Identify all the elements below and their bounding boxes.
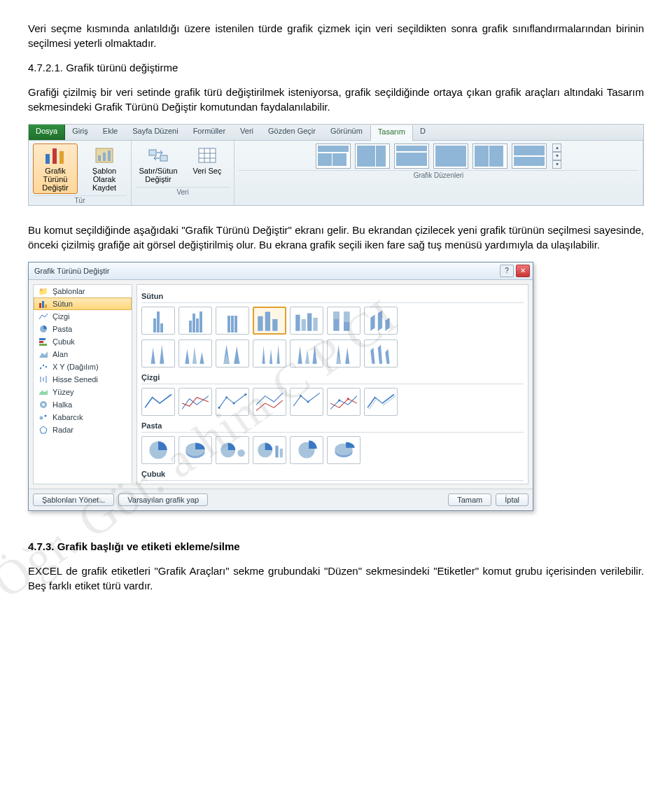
line-thumb[interactable]	[327, 388, 360, 416]
chevron-up-icon[interactable]: ▴	[552, 144, 561, 152]
svg-point-80	[237, 449, 245, 457]
pie-thumb[interactable]	[216, 436, 249, 464]
line-thumb[interactable]	[290, 388, 323, 416]
column-thumb[interactable]	[253, 340, 286, 368]
svg-point-30	[42, 403, 45, 406]
save-as-template-button[interactable]: Şablon Olarak Kaydet	[82, 144, 127, 194]
svg-rect-2	[59, 151, 64, 164]
column-thumb[interactable]	[327, 340, 360, 368]
close-button[interactable]: ✕	[516, 265, 530, 277]
column-thumb[interactable]	[178, 340, 212, 368]
column-thumb-selected[interactable]	[253, 307, 286, 335]
chart-thumbnails-panel: Sütun Çizgi	[136, 284, 528, 484]
tab-gozden-gecir[interactable]: Gözden Geçir	[261, 125, 323, 140]
template-icon	[93, 146, 115, 165]
tab-gorunum[interactable]: Görünüm	[323, 125, 370, 140]
column-thumb[interactable]	[141, 340, 175, 368]
side-item-label: Çizgi	[52, 312, 69, 321]
side-item-label: Radar	[52, 426, 74, 434]
chart-layout-thumb[interactable]	[472, 144, 507, 169]
tab-formuller[interactable]: Formüller	[186, 125, 233, 140]
column-thumb[interactable]	[290, 340, 323, 368]
svg-rect-20	[39, 344, 47, 346]
chevron-down-icon[interactable]: ▾	[552, 152, 561, 160]
side-item-radar[interactable]: Radar	[34, 424, 132, 436]
column-thumb[interactable]	[216, 340, 249, 368]
pie-thumb[interactable]	[141, 436, 175, 464]
column-thumb[interactable]	[364, 340, 398, 368]
svg-marker-61	[312, 345, 316, 364]
side-item-hisse[interactable]: Hisse Senedi	[34, 373, 132, 386]
tab-sayfa-duzeni[interactable]: Sayfa Düzeni	[125, 125, 186, 140]
column-thumb[interactable]	[364, 307, 398, 335]
chart-layout-thumb[interactable]	[512, 144, 547, 169]
select-data-label: Veri Seç	[193, 167, 222, 175]
side-item-xy[interactable]: X Y (Dağılım)	[34, 360, 132, 373]
column-thumb[interactable]	[141, 307, 175, 335]
column-thumb[interactable]	[327, 307, 360, 335]
svg-rect-82	[275, 446, 278, 458]
pie-thumb[interactable]	[253, 436, 286, 464]
tab-veri[interactable]: Veri	[233, 125, 261, 140]
folder-icon: 📁	[38, 287, 48, 295]
side-item-yuzey[interactable]: Yüzey	[34, 386, 132, 398]
more-icon[interactable]: ▾	[552, 160, 561, 169]
svg-marker-28	[39, 390, 48, 395]
chart-layout-thumb[interactable]	[355, 144, 390, 169]
svg-point-72	[300, 395, 302, 397]
tab-giris[interactable]: Giriş	[65, 125, 96, 140]
line-thumb[interactable]	[364, 388, 398, 416]
column-thumb[interactable]	[216, 307, 249, 335]
pie-thumb[interactable]	[178, 436, 212, 464]
svg-marker-66	[378, 345, 382, 364]
side-item-pasta[interactable]: Pasta	[34, 323, 132, 335]
pie-thumb[interactable]	[290, 436, 323, 464]
svg-rect-9	[199, 148, 216, 162]
side-item-kabarcik[interactable]: Kabarcık	[34, 411, 132, 424]
tab-tasarim[interactable]: Tasarım	[370, 125, 413, 141]
ok-button[interactable]: Tamam	[448, 493, 491, 506]
side-item-label: Pasta	[52, 325, 72, 333]
svg-rect-40	[313, 318, 317, 331]
pie-thumb[interactable]	[327, 436, 360, 464]
tab-extra[interactable]: D	[413, 125, 433, 140]
excel-ribbon: Dosya Giriş Ekle Sayfa Düzeni Formüller …	[28, 124, 644, 206]
line-thumb[interactable]	[178, 388, 212, 416]
help-button[interactable]: ?	[500, 265, 514, 277]
change-chart-type-dialog: Grafik Türünü Değiştir ? ✕ 📁 Şablonlar S…	[28, 262, 533, 511]
svg-marker-50	[185, 349, 189, 364]
surface-chart-icon	[38, 388, 48, 396]
side-item-label: Kabarcık	[52, 413, 83, 421]
stock-chart-icon	[38, 375, 48, 384]
chart-layout-thumb[interactable]	[433, 144, 468, 169]
line-thumb[interactable]	[253, 388, 286, 416]
line-thumb[interactable]	[141, 388, 175, 416]
switch-row-column-button[interactable]: Satır/Sütun Değiştir	[136, 144, 181, 186]
side-item-alan[interactable]: Alan	[34, 348, 132, 360]
chart-layout-thumb[interactable]	[316, 144, 351, 169]
layout-gallery-nav[interactable]: ▴ ▾ ▾	[552, 144, 561, 169]
tab-ekle[interactable]: Ekle	[96, 125, 125, 140]
manage-templates-button[interactable]: Şablonları Yönet...	[33, 493, 114, 506]
change-chart-type-button[interactable]: Grafik Türünü Değiştir	[33, 144, 78, 194]
side-item-cubuk[interactable]: Çubuk	[34, 335, 132, 348]
svg-marker-59	[298, 346, 302, 364]
intro-paragraph: Veri seçme kısmında anlatıldığı üzere is…	[28, 21, 644, 50]
cancel-button[interactable]: İptal	[496, 493, 528, 506]
column-thumb[interactable]	[178, 307, 212, 335]
side-item-sutun[interactable]: Sütun	[34, 298, 132, 310]
side-item-sablonlar[interactable]: 📁 Şablonlar	[34, 285, 132, 298]
svg-marker-46	[378, 311, 382, 331]
grid-icon	[196, 146, 218, 165]
set-default-chart-button[interactable]: Varsayılan grafik yap	[118, 493, 208, 506]
side-item-halka[interactable]: Halka	[34, 398, 132, 411]
svg-point-71	[244, 393, 246, 396]
chart-layout-thumb[interactable]	[394, 144, 429, 169]
tab-dosya[interactable]: Dosya	[29, 125, 65, 140]
ribbon-tabs: Dosya Giriş Ekle Sayfa Düzeni Formüller …	[29, 125, 643, 141]
line-thumb[interactable]	[216, 388, 249, 416]
column-thumb[interactable]	[290, 307, 323, 335]
side-item-label: Hisse Senedi	[52, 375, 98, 384]
select-data-button[interactable]: Veri Seç	[185, 144, 230, 177]
side-item-cizgi[interactable]: Çizgi	[34, 310, 132, 323]
